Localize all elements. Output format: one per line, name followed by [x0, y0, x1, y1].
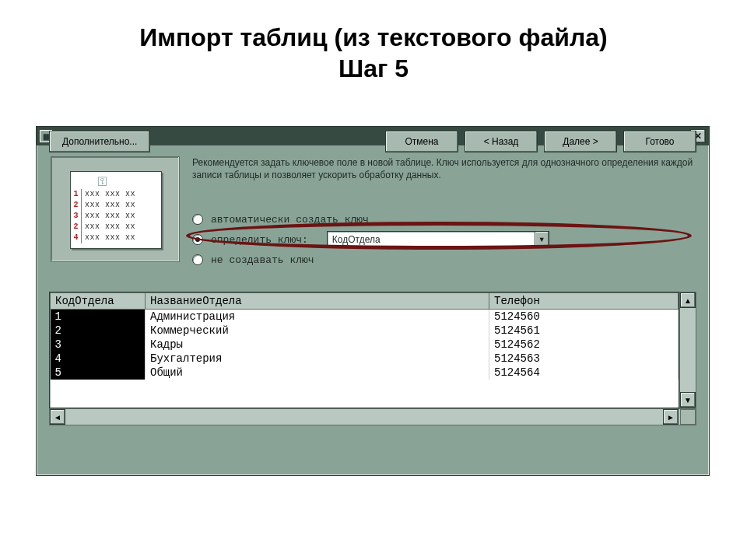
table-cell: 5124560: [489, 310, 679, 324]
key-options-group: автоматически создать ключ определить кл…: [192, 209, 695, 270]
table-cell: 5124563: [489, 352, 679, 366]
table-cell: 5124562: [489, 338, 679, 352]
table-cell: Администрация: [146, 310, 489, 324]
scroll-down-icon[interactable]: ▼: [680, 392, 696, 408]
table-header-row: КодОтделаНазваниеОтделаТелефон: [51, 293, 679, 310]
scroll-up-icon[interactable]: ▲: [680, 292, 696, 308]
radio-define-key-label: определить ключ:: [211, 234, 308, 246]
slide-title: Импорт таблиц (из текстового файла) Шаг …: [0, 22, 747, 84]
dropdown-arrow-icon[interactable]: ▼: [535, 232, 549, 247]
table-row[interactable]: 2Коммерческий5124561: [51, 324, 679, 338]
radio-auto-key[interactable]: [192, 214, 203, 225]
back-button[interactable]: < Назад: [465, 131, 538, 152]
table-row[interactable]: 4Бухгалтерия5124563: [51, 352, 679, 366]
table-cell: 4: [51, 352, 146, 366]
cancel-button[interactable]: Отмена: [385, 131, 458, 152]
table-cell: 3: [51, 338, 146, 352]
wizard-illustration: ⚿ 1xxx xxx xx2xxx xxx xx3xxx xxx xx2xxx …: [51, 156, 180, 262]
illustration-row: 2xxx xxx xx: [71, 222, 161, 233]
radio-auto-key-label: автоматически создать ключ: [211, 214, 369, 226]
table-row[interactable]: 1Администрация5124560: [51, 310, 679, 324]
column-header[interactable]: Телефон: [489, 293, 679, 310]
illustration-row: 4xxx xxx xx: [71, 233, 161, 243]
wizard-description: Рекомендуется задать ключевое поле в нов…: [192, 156, 695, 181]
table-row[interactable]: 5Общий5124564: [51, 366, 679, 380]
wizard-button-row: Дополнительно... Отмена < Назад Далее > …: [49, 130, 696, 153]
column-header[interactable]: КодОтдела: [51, 293, 146, 310]
column-header[interactable]: НазваниеОтдела: [146, 293, 489, 310]
advanced-button[interactable]: Дополнительно...: [49, 131, 150, 152]
next-button[interactable]: Далее >: [544, 131, 617, 152]
key-field-select[interactable]: КодОтдела ▼: [327, 231, 549, 248]
table-cell: 5124564: [489, 366, 679, 380]
table-cell: Кадры: [146, 338, 489, 352]
data-preview: КодОтделаНазваниеОтделаТелефон1Администр…: [49, 292, 696, 425]
key-icon: ⚿: [97, 175, 108, 187]
table-row[interactable]: 3Кадры5124562: [51, 338, 679, 352]
table-cell: 1: [51, 310, 146, 324]
table-cell: Общий: [146, 366, 489, 380]
radio-no-key[interactable]: [192, 254, 203, 265]
illustration-row: 1xxx xxx xx: [71, 189, 161, 200]
vertical-scrollbar[interactable]: ▲ ▼: [679, 292, 696, 408]
scroll-left-icon[interactable]: ◄: [50, 409, 65, 425]
radio-define-key[interactable]: [192, 234, 203, 245]
radio-no-key-label: не создавать ключ: [211, 254, 314, 266]
scroll-corner: [680, 409, 696, 425]
scroll-right-icon[interactable]: ►: [663, 409, 679, 425]
table-cell: 5: [51, 366, 146, 380]
table-cell: Бухгалтерия: [146, 352, 489, 366]
import-text-wizard-dialog: ▦ Импорт текста ✕ ⚿ 1xxx xxx xx2xxx xxx …: [36, 126, 710, 476]
table-cell: 5124561: [489, 324, 679, 338]
preview-table: КодОтделаНазваниеОтделаТелефон1Администр…: [49, 292, 679, 408]
key-field-value: КодОтдела: [332, 234, 381, 245]
illustration-row: 2xxx xxx xx: [71, 200, 161, 211]
illustration-row: 3xxx xxx xx: [71, 211, 161, 222]
table-cell: Коммерческий: [146, 324, 489, 338]
horizontal-scrollbar[interactable]: ◄ ►: [49, 408, 696, 425]
finish-button[interactable]: Готово: [623, 131, 696, 152]
table-cell: 2: [51, 324, 146, 338]
